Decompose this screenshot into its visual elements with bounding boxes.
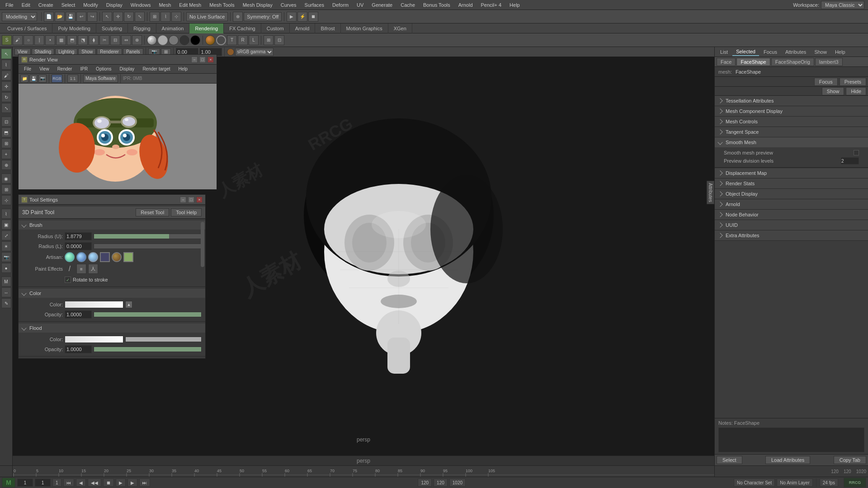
mat-tex[interactable]: T [227, 35, 237, 45]
tool-annotation[interactable]: ✎ [1, 298, 11, 308]
rv-maximize-btn[interactable]: □ [199, 56, 206, 63]
attr-header-mesh-controls[interactable]: Mesh Controls [715, 117, 868, 127]
menu-create[interactable]: Create [35, 1, 57, 9]
no-anim-layer[interactable]: No Anim Layer [777, 479, 813, 487]
save-btn[interactable]: 💾 [66, 12, 75, 22]
tool-edge-loop[interactable]: ⊞ [1, 138, 11, 148]
mat-light[interactable]: L [249, 35, 259, 45]
sym-toggle-btn[interactable]: ⊕ [233, 12, 243, 22]
tool-lasso[interactable]: ⌇ [1, 60, 11, 70]
artisan-square-btn[interactable] [100, 252, 110, 262]
icon-target-weld[interactable]: ⊕ [132, 35, 142, 45]
focus-button[interactable]: Focus [814, 78, 838, 86]
rv-menu-ipr[interactable]: IPR [76, 66, 91, 72]
ipr-render-btn[interactable]: ⚡ [297, 12, 307, 22]
material-sphere[interactable]: ● [205, 35, 215, 45]
maya-logo[interactable]: M [2, 478, 15, 488]
attr-header-object-display[interactable]: Object Display [715, 189, 868, 199]
play-fwd-btn[interactable]: ▶ [116, 479, 126, 487]
tool-measure[interactable]: ↔ [1, 287, 11, 297]
icon-paint[interactable]: 🖌 [13, 35, 23, 45]
tool-extrude[interactable]: ⬒ [1, 127, 11, 137]
menu-curves[interactable]: Curves [277, 1, 300, 9]
menu-generate[interactable]: Generate [368, 1, 396, 9]
ts-maximize-btn[interactable]: □ [188, 197, 194, 203]
tab-rigging[interactable]: Rigging [128, 23, 156, 33]
rv-menu-help[interactable]: Help [175, 66, 192, 72]
smooth-div-input[interactable] [841, 157, 859, 164]
icon-vert[interactable]: • [45, 35, 55, 45]
node-tab-faceshapeorig[interactable]: FaceShapeOrig [771, 58, 814, 66]
tool-deform[interactable]: ⤢ [1, 230, 11, 240]
tool-help-btn[interactable]: Tool Help [171, 208, 202, 216]
tool-soft-sel[interactable]: ◉ [1, 174, 11, 183]
menu-edit-mesh[interactable]: Edit Mesh [175, 1, 205, 9]
tool-paint[interactable]: 🖌 [1, 70, 11, 80]
rv-tb-ratio[interactable]: 1:1 [67, 75, 78, 83]
undo-btn[interactable]: ↩ [76, 12, 86, 22]
attr-header-tangent[interactable]: Tangent Space [715, 127, 868, 137]
menu-modify[interactable]: Modify [80, 1, 101, 9]
artisan-folder-btn[interactable] [123, 252, 133, 262]
opacity-input[interactable] [65, 310, 92, 319]
menu-mesh-tools[interactable]: Mesh Tools [206, 1, 238, 9]
tool-quad[interactable]: ⊡ [1, 117, 11, 127]
smooth-preview-checkbox[interactable] [854, 150, 859, 155]
tab-arnold[interactable]: Arnold [290, 23, 316, 33]
tab-bifrost[interactable]: Bifrost [315, 23, 340, 33]
tool-move[interactable]: ✛ [1, 81, 11, 91]
node-tab-faceshape[interactable]: FaceShape [736, 58, 770, 66]
rv-menu-render[interactable]: Render [54, 66, 76, 72]
pe-char-icon[interactable]: 人 [88, 264, 98, 274]
tool-curve[interactable]: ⌇ [1, 209, 11, 219]
tool-grid[interactable]: ⊞ [1, 184, 11, 194]
radius-u-slider[interactable] [94, 234, 202, 239]
module-selector[interactable]: Modelling [2, 12, 37, 21]
tab-custom[interactable]: Custom [261, 23, 290, 33]
hide-button[interactable]: Hide [846, 87, 866, 95]
tool-scale[interactable]: ⤡ [1, 103, 11, 113]
menu-deform[interactable]: Deform [329, 1, 352, 9]
tool-insert-loop[interactable]: + [1, 149, 11, 159]
tool-light[interactable]: ☀ [1, 241, 11, 251]
select-mode-btn[interactable]: ↖ [102, 12, 112, 22]
brush-section-header[interactable]: Brush [19, 221, 205, 230]
flood-section-header[interactable]: Flood [19, 324, 205, 333]
rv-menu-options[interactable]: Options [92, 66, 115, 72]
tool-material[interactable]: ● [1, 263, 11, 273]
attr-header-tessellation[interactable]: Tessellation Attributes [715, 96, 868, 106]
render-btn[interactable]: ▶ [287, 12, 297, 22]
play-end-btn[interactable]: ⏭ [139, 479, 150, 487]
color-space-select[interactable]: sRGB gamma [235, 48, 274, 56]
tab-animation[interactable]: Animation [156, 23, 190, 33]
ts-minimize-btn[interactable]: − [180, 197, 186, 203]
ts-close-btn[interactable]: × [196, 197, 203, 203]
rp-tab-help[interactable]: Help [831, 48, 849, 56]
select-button[interactable]: Select [717, 456, 742, 464]
rp-tab-focus[interactable]: Focus [760, 48, 781, 56]
quad[interactable]: ⊡ [274, 35, 284, 45]
rv-tb-save[interactable]: 💾 [29, 75, 38, 83]
rotate-btn[interactable]: ↻ [124, 12, 134, 22]
menu-windows[interactable]: Windows [127, 1, 155, 9]
menu-arnold[interactable]: Arnold [455, 1, 476, 9]
no-character-set[interactable]: No Character Set [734, 479, 775, 487]
tool-settings-scrollbar[interactable] [201, 222, 204, 267]
rp-tab-attributes[interactable]: Attributes [782, 48, 810, 56]
color-sphere-5[interactable] [190, 35, 200, 45]
color-swatch[interactable] [65, 301, 123, 308]
icon-loop[interactable]: ○ [24, 35, 33, 45]
move-btn[interactable]: ✛ [113, 12, 123, 22]
notes-textarea[interactable] [718, 427, 864, 452]
icon-delete[interactable]: ✂ [99, 35, 109, 45]
icon-face[interactable]: ▦ [56, 35, 66, 45]
menu-file[interactable]: File [2, 1, 17, 9]
rv-menu-display[interactable]: Display [116, 66, 138, 72]
rv-tb-rgb[interactable]: RGB [52, 75, 62, 83]
radius-l-slider[interactable] [94, 244, 202, 249]
rp-tab-list[interactable]: List [717, 48, 731, 56]
node-tab-lambert3[interactable]: lambert3 [815, 58, 843, 66]
tab-fx-caching[interactable]: FX Caching [224, 23, 261, 33]
menu-mesh-display[interactable]: Mesh Display [239, 1, 276, 9]
next-frame-btn[interactable]: ▶ [127, 479, 137, 487]
